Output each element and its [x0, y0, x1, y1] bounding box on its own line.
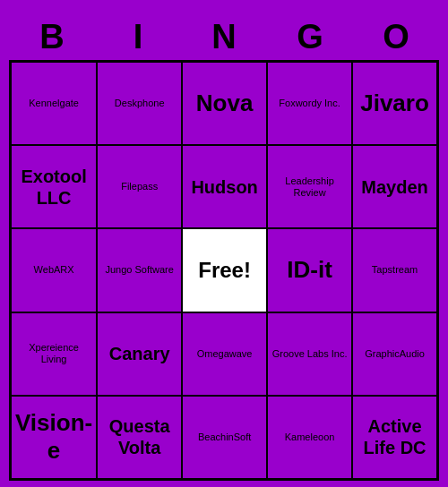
header-letter-I: I — [99, 18, 177, 56]
cell-0: Kennelgate — [11, 62, 97, 145]
header-row: BINGO — [9, 11, 439, 60]
header-letter-B: B — [13, 18, 91, 56]
cell-1: Deskphone — [97, 62, 182, 145]
cell-23: Kameleoon — [267, 396, 352, 479]
cell-9: Mayden — [352, 145, 437, 228]
header-letter-O: O — [357, 18, 435, 56]
cell-18: Groove Labs Inc. — [267, 312, 352, 396]
cell-2: Nova — [182, 62, 267, 145]
cell-16: Canary — [97, 312, 182, 396]
header-letter-G: G — [271, 18, 349, 56]
bingo-header — [9, 0, 439, 11]
cell-22: BeachinSoft — [182, 396, 267, 479]
cell-14: Tapstream — [352, 228, 437, 312]
cell-4: Jivaro — [352, 62, 437, 145]
cell-12: Free! — [182, 228, 267, 312]
cell-6: Filepass — [97, 145, 182, 228]
cell-7: Hudson — [182, 145, 267, 228]
header-letter-N: N — [185, 18, 263, 56]
cell-5: Exotool LLC — [11, 145, 97, 228]
cell-8: Leadership Review — [267, 145, 352, 228]
cell-17: Omegawave — [182, 312, 267, 396]
cell-21: Questa Volta — [97, 396, 182, 479]
cell-19: GraphicAudio — [352, 312, 437, 396]
cell-15: Xpereience Living — [11, 312, 97, 396]
cell-3: Foxwordy Inc. — [267, 62, 352, 145]
bingo-grid: KennelgateDeskphoneNovaFoxwordy Inc.Jiva… — [9, 60, 439, 481]
cell-24: Active Life DC — [352, 396, 437, 479]
cell-13: ID-it — [267, 228, 352, 312]
cell-20: Vision-e — [11, 396, 97, 479]
cell-11: Jungo Software — [97, 228, 182, 312]
cell-10: WebARX — [11, 228, 97, 312]
